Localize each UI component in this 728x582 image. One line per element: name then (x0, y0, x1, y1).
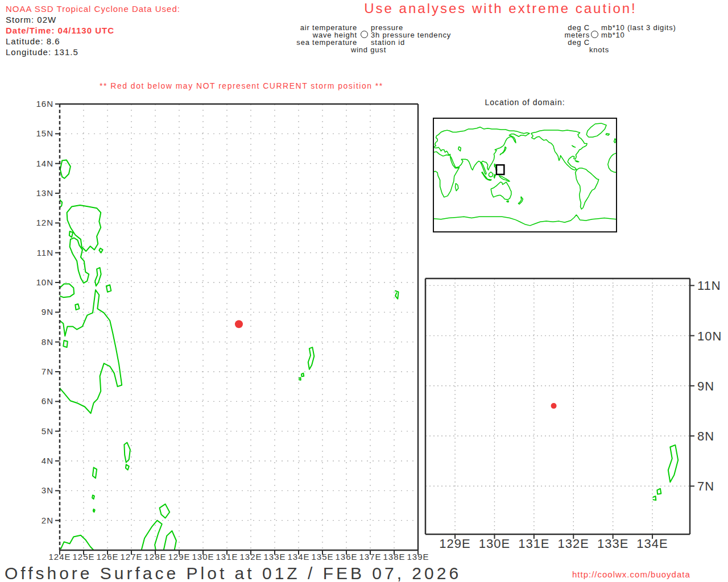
svg-text:14N: 14N (36, 159, 53, 168)
svg-text:135E: 135E (311, 552, 333, 562)
detail-map-grid (425, 278, 690, 534)
svg-text:125E: 125E (72, 552, 94, 562)
world-inset-group (433, 118, 617, 232)
svg-text:131E: 131E (216, 552, 238, 562)
svg-text:133E: 133E (263, 552, 286, 562)
svg-text:133E: 133E (597, 537, 628, 551)
svg-text:13N: 13N (36, 188, 53, 198)
svg-text:136E: 136E (335, 552, 357, 562)
svg-text:9N: 9N (42, 307, 53, 317)
main-map-coastlines (60, 160, 399, 550)
detail-map-coastlines (258, 129, 728, 582)
svg-text:124E: 124E (48, 552, 71, 562)
svg-text:139E: 139E (407, 552, 429, 562)
detail-map-labels: 129E130E131E132E133E134E11N10N9N8N7N (439, 278, 722, 551)
svg-text:132E: 132E (239, 552, 262, 562)
main-map-ticks (55, 104, 418, 555)
svg-text:4N: 4N (42, 456, 53, 465)
svg-text:15N: 15N (36, 128, 53, 138)
svg-text:7N: 7N (697, 479, 714, 493)
detail-map-ticks (455, 285, 694, 539)
plot-title: Offshore Surface Plot at 01Z / FEB 07, 2… (5, 564, 461, 582)
svg-text:127E: 127E (120, 552, 142, 562)
svg-text:5N: 5N (42, 426, 53, 436)
main-map-storm-dot (235, 320, 243, 328)
svg-text:11N: 11N (37, 248, 53, 257)
svg-text:137E: 137E (359, 552, 381, 562)
svg-text:10N: 10N (36, 277, 53, 287)
source-url-link[interactable]: http://coolwx.com/buoydata (572, 569, 690, 579)
svg-text:129E: 129E (168, 552, 190, 562)
svg-text:134E: 134E (287, 552, 309, 562)
svg-text:134E: 134E (636, 537, 668, 551)
svg-text:6N: 6N (42, 396, 53, 406)
svg-text:130E: 130E (192, 552, 214, 562)
svg-text:7N: 7N (42, 367, 53, 376)
svg-text:129E: 129E (439, 537, 470, 551)
svg-text:128E: 128E (144, 552, 166, 562)
svg-text:2N: 2N (42, 516, 53, 525)
svg-text:130E: 130E (479, 537, 510, 551)
detail-map-group: 129E130E131E132E133E134E11N10N9N8N7N (258, 129, 728, 582)
svg-text:8N: 8N (697, 429, 714, 443)
domain-box (497, 165, 504, 174)
main-map-group: 124E125E126E127E128E129E130E131E132E133E… (36, 99, 429, 562)
svg-text:8N: 8N (42, 337, 53, 347)
svg-text:138E: 138E (383, 552, 405, 562)
svg-text:12N: 12N (36, 218, 53, 227)
svg-text:10N: 10N (697, 329, 722, 343)
svg-text:9N: 9N (697, 379, 714, 393)
world-coastlines (433, 123, 617, 226)
maps-canvas: 124E125E126E127E128E129E130E131E132E133E… (0, 0, 728, 582)
svg-text:126E: 126E (96, 552, 118, 562)
main-map-labels: 124E125E126E127E128E129E130E131E132E133E… (36, 99, 429, 562)
svg-text:3N: 3N (42, 485, 53, 495)
detail-map-storm-dot (551, 403, 557, 409)
svg-text:131E: 131E (518, 537, 549, 551)
svg-text:11N: 11N (697, 278, 721, 293)
svg-text:132E: 132E (558, 537, 589, 551)
svg-text:16N: 16N (36, 99, 53, 109)
world-border (433, 118, 617, 232)
